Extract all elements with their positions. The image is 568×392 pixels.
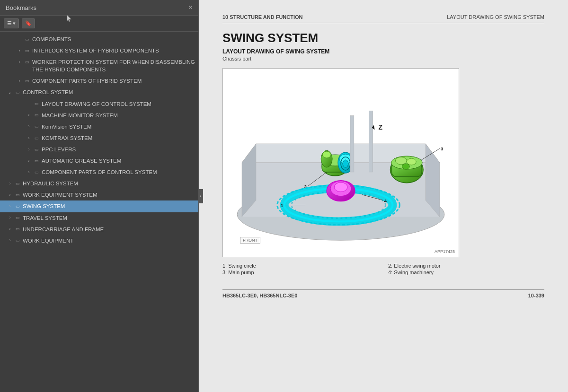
expand-arrow-icon[interactable]: ›: [16, 77, 23, 85]
tree-item-label: LAYOUT DRAWING OF CONTROL SYSTEM: [42, 100, 195, 108]
bookmarks-panel: Bookmarks × ☰ ▾ 🔖 ▭COMPONENTS›▭INTERLOCK…: [0, 0, 199, 392]
tree-item-undercarriage[interactable]: ›▭UNDERCARRIAGE AND FRAME: [0, 224, 198, 235]
footer-page: 10-339: [528, 293, 544, 298]
expand-arrow-icon[interactable]: ›: [7, 237, 13, 244]
tree-item-komtrax[interactable]: ›▭KOMTRAX SYSTEM: [0, 132, 198, 144]
expand-arrow-icon[interactable]: [26, 100, 32, 108]
legend-item: 3: Main pump: [222, 270, 379, 275]
page-title-label: LAYOUT DRAWING OF SWING SYSTEM: [447, 14, 544, 20]
tree-item-label: SWING SYSTEM: [23, 202, 195, 210]
tree-item-worker[interactable]: ›▭WORKER PROTECTION SYSTEM FOR WHEN DISA…: [0, 56, 198, 75]
diagram-legend: 1: Swing circle2: Electric swing motor3:…: [222, 263, 544, 275]
tree-item-work-equipment[interactable]: ›▭WORK EQUIPMENT SYSTEM: [0, 189, 198, 200]
bookmark-icon: ▭: [14, 226, 21, 233]
tree-item-auto-grease[interactable]: ›▭AUTOMATIC GREASE SYSTEM: [0, 155, 198, 166]
bookmark-icon: ▭: [14, 180, 21, 187]
bookmark-icon: ▭: [24, 77, 30, 85]
expand-arrow-icon[interactable]: ›: [7, 214, 13, 222]
legend-item: 1: Swing circle: [222, 263, 379, 269]
expand-arrow-icon[interactable]: ›: [26, 157, 32, 165]
tree-item-label: AUTOMATIC GREASE SYSTEM: [42, 157, 195, 165]
expand-arrow-icon[interactable]: ⌄: [7, 88, 13, 96]
bookmark-icon: ▭: [24, 47, 30, 54]
tree-item-machine-monitor[interactable]: ›▭MACHINE MONITOR SYSTEM: [0, 110, 198, 121]
legend-item: 2: Electric swing motor: [388, 263, 544, 269]
bookmark-icon: ▭: [33, 157, 40, 165]
tree-item-label: COMPONENT PARTS OF CONTROL SYSTEM: [42, 168, 195, 176]
svg-point-21: [322, 151, 331, 158]
tree-item-ppc-levers[interactable]: ›▭PPC LEVERS: [0, 144, 198, 155]
tree-item-components[interactable]: ▭COMPONENTS: [0, 34, 198, 45]
tree-item-layout-control[interactable]: ▭LAYOUT DRAWING OF CONTROL SYSTEM: [0, 98, 198, 110]
tree-item-travel-system[interactable]: ›▭TRAVEL SYSTEM: [0, 212, 198, 224]
doc-subtitle: LAYOUT DRAWING OF SWING SYSTEM: [222, 48, 544, 55]
svg-text:4: 4: [384, 198, 387, 203]
bookmark-icon: ▭: [14, 237, 21, 244]
svg-point-11: [334, 183, 347, 192]
tree-item-label: COMPONENT PARTS OF HYBRID SYSTEM: [32, 77, 195, 85]
expand-arrow-icon[interactable]: ›: [26, 123, 32, 131]
svg-text:1: 1: [281, 203, 284, 208]
close-button[interactable]: ×: [188, 4, 193, 11]
main-title: SWING SYSTEM: [222, 31, 544, 45]
panel-header: Bookmarks ×: [0, 0, 198, 16]
tree-item-interlock[interactable]: ›▭INTERLOCK SYSTEM OF HYBRID COMPONENTS: [0, 45, 198, 56]
bookmark-icon: ▭: [33, 168, 40, 176]
svg-rect-29: [369, 111, 373, 172]
tree-item-swing-system[interactable]: ›▭SWING SYSTEM: [0, 200, 198, 212]
tree-item-komvision[interactable]: ›▭KomVision SYSTEM: [0, 121, 198, 132]
tree-item-label: UNDERCARRIAGE AND FRAME: [23, 226, 195, 233]
tree-item-label: WORK EQUIPMENT: [23, 237, 195, 244]
tree-item-label: INTERLOCK SYSTEM OF HYBRID COMPONENTS: [32, 47, 195, 54]
bookmark-icon: ▭: [14, 214, 21, 222]
svg-point-25: [395, 157, 407, 165]
bookmark-button[interactable]: 🔖: [22, 18, 35, 28]
tree-item-label: CONTROL SYSTEM: [23, 88, 195, 96]
expand-arrow-icon[interactable]: ›: [7, 180, 13, 187]
section-label: 10 STRUCTURE AND FUNCTION: [222, 14, 303, 20]
bookmark-icon: ▭: [24, 35, 30, 43]
expand-arrow-icon[interactable]: [16, 35, 23, 43]
expand-arrow-icon[interactable]: ›: [7, 226, 13, 233]
expand-arrow-icon[interactable]: ›: [26, 112, 32, 119]
expand-arrow-icon[interactable]: ›: [7, 191, 13, 199]
tree-item-label: PPC LEVERS: [42, 146, 195, 153]
front-label: FRONT: [240, 237, 260, 244]
expand-arrow-icon[interactable]: ›: [7, 202, 13, 210]
expand-arrow-icon[interactable]: ›: [26, 134, 32, 142]
tree-item-label: WORK EQUIPMENT SYSTEM: [23, 191, 195, 199]
tree-item-control-system[interactable]: ⌄▭CONTROL SYSTEM: [0, 87, 198, 98]
svg-rect-28: [350, 116, 354, 172]
svg-text:2: 2: [304, 184, 307, 189]
dropdown-arrow-icon: ▾: [13, 20, 16, 26]
tree-item-label: MACHINE MONITOR SYSTEM: [42, 112, 195, 119]
tree-item-hydraulic[interactable]: ›▭HYDRAULIC SYSTEM: [0, 178, 198, 189]
tree-item-label: COMPONENTS: [32, 35, 195, 43]
bookmark-icon: ▭: [33, 123, 40, 131]
expand-arrow-icon[interactable]: ›: [26, 168, 32, 176]
panel-toolbar: ☰ ▾ 🔖: [0, 16, 198, 32]
tree-item-label: WORKER PROTECTION SYSTEM FOR WHEN DISASS…: [32, 58, 195, 73]
bookmark-tree: ▭COMPONENTS›▭INTERLOCK SYSTEM OF HYBRID …: [0, 32, 198, 392]
list-icon: ☰: [7, 20, 12, 26]
main-pump: [390, 156, 423, 183]
tree-item-work-equipment2[interactable]: ›▭WORK EQUIPMENT: [0, 235, 198, 246]
list-view-button[interactable]: ☰ ▾: [4, 18, 19, 28]
svg-point-27: [402, 164, 409, 169]
collapse-handle[interactable]: ‹: [198, 189, 203, 203]
panel-title: Bookmarks: [6, 4, 36, 11]
bookmark-icon: ▭: [14, 191, 21, 199]
tree-item-label: KOMTRAX SYSTEM: [42, 134, 195, 142]
tree-item-component-parts-hybrid[interactable]: ›▭COMPONENT PARTS OF HYBRID SYSTEM: [0, 75, 198, 87]
doc-footer: HB365LC-3E0, HB365NLC-3E0 10-339: [222, 289, 544, 298]
doc-header-bar: 10 STRUCTURE AND FUNCTION LAYOUT DRAWING…: [222, 14, 544, 23]
tree-item-label: HYDRAULIC SYSTEM: [23, 180, 195, 187]
diagram-image-label: APP17425: [435, 249, 455, 254]
tree-item-component-parts-control[interactable]: ›▭COMPONENT PARTS OF CONTROL SYSTEM: [0, 166, 198, 178]
expand-arrow-icon[interactable]: ›: [16, 58, 23, 66]
bookmark-icon: ▭: [33, 146, 40, 153]
bookmark-icon: ▭: [33, 112, 40, 119]
expand-arrow-icon[interactable]: ›: [16, 47, 23, 54]
svg-point-18: [343, 160, 348, 167]
expand-arrow-icon[interactable]: ›: [26, 146, 32, 153]
